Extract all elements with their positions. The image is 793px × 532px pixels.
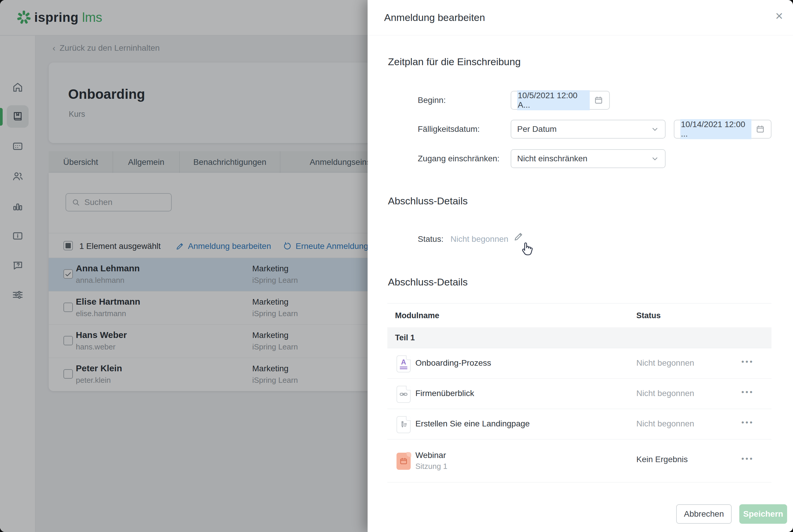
access-value: Nicht einschränken	[517, 154, 587, 164]
status-value: Nicht begonnen	[451, 234, 508, 244]
module-group-label: Teil 1	[395, 333, 415, 342]
due-mode-value: Per Datum	[517, 125, 557, 134]
module-status: Nicht begonnen	[636, 358, 694, 368]
due-mode-select[interactable]: Per Datum	[511, 120, 665, 139]
begin-date-input[interactable]: 10/5/2021 12:00 A...	[511, 91, 610, 110]
completion-heading: Abschluss-Details	[388, 195, 468, 207]
due-date-input[interactable]: 10/14/2021 12:00 ...	[674, 120, 772, 139]
app-window: ispring lms AT ‹ Zur	[0, 0, 793, 532]
column-modulname: Modulname	[395, 311, 439, 320]
row-menu-icon[interactable]: •••	[741, 454, 754, 463]
modal-footer: Abbrechen Speichern	[367, 497, 793, 532]
save-button[interactable]: Speichern	[739, 504, 787, 524]
mouse-cursor-hand	[519, 241, 534, 256]
module-name: Onboarding-Prozess	[415, 358, 491, 368]
module-name: Erstellen Sie eine Landingpage	[415, 419, 530, 429]
module-status: Nicht begonnen	[636, 419, 694, 429]
row-menu-icon[interactable]: •••	[741, 418, 754, 427]
calendar-icon	[756, 125, 765, 134]
module-group-row: Teil 1	[388, 327, 772, 348]
module-row[interactable]: Erstellen Sie eine Landingpage Nicht beg…	[388, 409, 772, 439]
modules-table: Modulname Status Teil 1 A Onboarding-Pro…	[388, 303, 772, 482]
webinar-doc-icon	[396, 453, 411, 470]
status-label: Status:	[418, 234, 443, 244]
module-row[interactable]: A Onboarding-Prozess Nicht begonnen •••	[388, 348, 772, 378]
assignment-doc-icon	[396, 416, 411, 433]
modal-title: Anmeldung bearbeiten	[384, 12, 485, 23]
column-status: Status	[636, 311, 661, 320]
edit-status-pencil-icon[interactable]	[513, 231, 524, 242]
begin-date-value: 10/5/2021 12:00 A...	[517, 90, 590, 110]
due-date-value: 10/14/2021 12:00 ...	[680, 119, 751, 139]
due-date-label: Fälligkeitsdatum:	[418, 125, 480, 134]
cancel-button[interactable]: Abbrechen	[676, 504, 732, 524]
close-icon[interactable]: ×	[775, 10, 783, 22]
module-row[interactable]: Webinar Sitzung 1 Kein Ergebnis •••	[388, 439, 772, 482]
module-subtitle: Sitzung 1	[415, 462, 447, 471]
row-menu-icon[interactable]: •••	[741, 387, 754, 397]
link-doc-icon	[396, 386, 411, 403]
row-menu-icon[interactable]: •••	[741, 357, 754, 366]
module-status: Nicht begonnen	[636, 389, 694, 398]
module-status: Kein Ergebnis	[636, 455, 688, 464]
modal-header: Anmeldung bearbeiten ×	[367, 0, 793, 35]
course-doc-icon: A	[396, 355, 411, 373]
chevron-down-icon	[651, 154, 659, 163]
module-name: Firmenüberblick	[415, 389, 474, 398]
table-bottom-border	[388, 482, 772, 482]
module-row[interactable]: Firmenüberblick Nicht begonnen •••	[388, 378, 772, 409]
module-name: Webinar	[415, 451, 446, 460]
begin-label: Beginn:	[418, 96, 446, 105]
modules-table-header: Modulname Status	[388, 303, 772, 327]
modules-heading: Abschluss-Details	[388, 276, 468, 288]
schedule-heading: Zeitplan für die Einschreibung	[388, 56, 521, 68]
screen: ispring lms AT ‹ Zur	[0, 0, 793, 532]
chevron-down-icon	[651, 125, 659, 133]
access-label: Zugang einschränken:	[418, 154, 499, 164]
access-select[interactable]: Nicht einschränken	[511, 149, 665, 168]
calendar-icon	[594, 96, 603, 105]
edit-enrollment-modal: Anmeldung bearbeiten × Zeitplan für die …	[367, 0, 793, 532]
